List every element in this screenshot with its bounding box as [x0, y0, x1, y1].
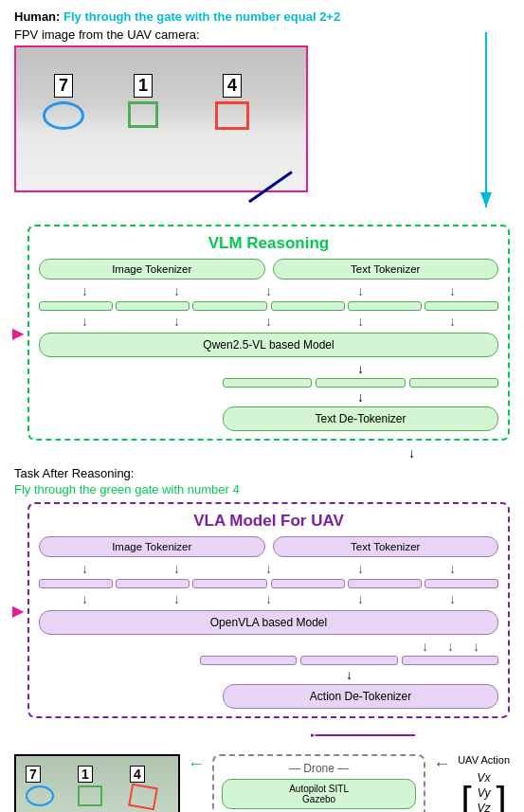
task-after-label: Task After Reasoning: [14, 466, 510, 480]
gate-7-number: 7 [54, 74, 73, 98]
uav-action-section: UAV Action [ Vx Vy Vz ω ] [458, 754, 510, 812]
drone-autopilot: Autopilot SITL Gazebo [222, 779, 416, 809]
small-fpv-box: 7 1 4 ✈ ✈ ✈ [14, 754, 180, 812]
vla-text-tokenizer: Text Tokenizer [273, 536, 499, 557]
fpv-label: FPV image from the UAV camera: [14, 27, 459, 42]
vla-title: VLA Model For UAV [39, 512, 498, 531]
drone-box: — Drone — Autopilot SITL Gazebo RealSens… [212, 754, 425, 812]
human-prompt-line: Human: Fly through the gate with the num… [14, 9, 510, 24]
vlm-left-arrow: ▶ [12, 324, 24, 342]
vla-image-tokenizer: Image Tokenizer [39, 536, 265, 557]
vlm-arrows-2: ↓ ↓ ↓ ↓ ↓ [39, 314, 498, 329]
vla-section: ▶ VLA Model For UAV Image Tokenizer Text… [14, 502, 510, 718]
vlm-arrows-1: ↓ ↓ ↓ ↓ ↓ [39, 283, 498, 298]
vla-tokenizer-row: Image Tokenizer Text Tokenizer [39, 536, 498, 557]
arrow-after-vlm: ↓ [14, 445, 510, 460]
gate-1-number: 1 [134, 74, 153, 98]
vla-detokenizer: Action De-Tokenizer [223, 684, 498, 709]
vlm-detokenizer-row: Text De-Tokenizer [39, 406, 498, 431]
vla-right-bars [39, 656, 498, 665]
vlm-tokenizer-row: Image Tokenizer Text Tokenizer [39, 259, 498, 280]
vla-arrows-3: ↓ ↓ ↓ [39, 639, 498, 654]
vlm-arrow-detoken2: ↓ [39, 389, 498, 405]
vla-arrow-detoken: ↓ [39, 667, 498, 682]
gate-1: 1 [128, 74, 158, 128]
blue-arrow-area [462, 27, 510, 220]
gate-4-shape [215, 101, 249, 130]
vlm-right-bars [39, 378, 498, 388]
gate-7: 7 [43, 74, 84, 130]
vlm-image-tokenizer: Image Tokenizer [39, 259, 265, 280]
vla-box: VLA Model For UAV Image Tokenizer Text T… [27, 502, 510, 718]
uav-action-matrix: [ Vx Vy Vz ω ] [461, 769, 506, 812]
vlm-box: VLM Reasoning Image Tokenizer Text Token… [27, 225, 510, 441]
vlm-text-tokenizer: Text Tokenizer [273, 259, 499, 280]
human-prompt-text: Fly through the gate with the number equ… [63, 9, 340, 24]
small-gate-4: 4 [130, 766, 156, 808]
drone-title: — Drone — [222, 762, 416, 775]
uav-action-label: UAV Action [458, 754, 510, 766]
vlm-detokenizer: Text De-Tokenizer [223, 406, 498, 431]
gate-1-shape [128, 101, 158, 128]
matrix-right-bracket: ] [497, 782, 507, 812]
arrow-from-detoken [14, 724, 510, 747]
bottom-section: 7 1 4 ✈ ✈ ✈ ← — D [14, 754, 510, 812]
gate-7-shape [43, 101, 84, 130]
vlm-model: Qwen2.5-VL based Model [39, 333, 498, 357]
matrix-vx: Vx [478, 771, 491, 785]
fpv-image-box: 7 1 4 [14, 45, 308, 192]
green-left-arrow: ← [188, 754, 205, 774]
task-after-text: Fly through the green gate with number 4 [14, 482, 510, 496]
vlm-arrow-detoken: ↓ [39, 361, 498, 376]
vla-small-bars [39, 579, 498, 588]
vlm-title: VLM Reasoning [39, 234, 498, 253]
task-after-heading: Task After Reasoning: [14, 466, 134, 480]
small-gate-7: 7 [26, 766, 54, 806]
vlm-small-bars [39, 301, 498, 311]
matrix-values: Vx Vy Vz ω [474, 769, 495, 812]
fpv-diagonal-line [248, 171, 293, 203]
vla-detokenizer-row: Action De-Tokenizer [39, 684, 498, 709]
vlm-section: ▶ VLM Reasoning Image Tokenizer Text Tok… [14, 225, 510, 441]
blue-arrow-svg [462, 27, 510, 217]
gate-4: 4 [215, 74, 249, 130]
matrix-vz: Vz [478, 802, 491, 812]
purple-left-arrow: ← [433, 754, 450, 774]
vla-arrows-2: ↓ ↓ ↓ ↓ ↓ [39, 591, 498, 606]
human-label: Human: [14, 9, 60, 24]
vla-left-arrow: ▶ [12, 602, 24, 620]
matrix-left-bracket: [ [461, 782, 471, 812]
vla-arrows-1: ↓ ↓ ↓ ↓ ↓ [39, 561, 498, 576]
gate-4-number: 4 [223, 74, 242, 98]
small-gate-1: 1 [78, 766, 102, 806]
matrix-vy: Vy [478, 786, 491, 800]
vla-model: OpenVLA based Model [39, 610, 498, 635]
